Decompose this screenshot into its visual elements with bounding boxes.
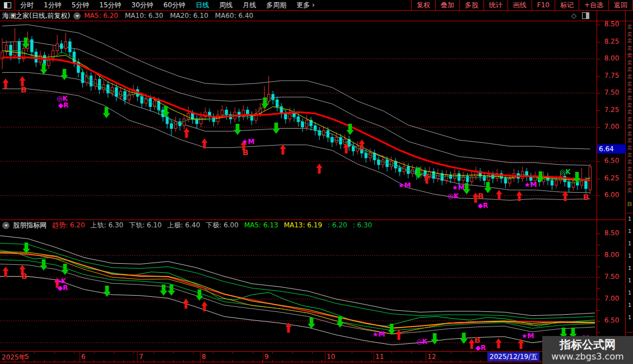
period-tab-7[interactable]: 周线	[214, 0, 238, 11]
strip-glyph: 卖	[626, 110, 633, 115]
strip-number: 1	[626, 315, 633, 320]
indicator-value-3: 下轨: 6.10	[129, 221, 162, 229]
last-price-badge: 6.64	[597, 144, 626, 153]
signal-label: ◆R	[58, 284, 68, 292]
main-tick-label: 8.00	[599, 54, 625, 62]
period-tab-0[interactable]: 分时	[15, 0, 39, 11]
indicator-value-6: MA5: 6.13	[244, 221, 278, 229]
month-label-12: 12	[427, 353, 436, 361]
toolbar-button-1[interactable]: 叠加	[435, 0, 459, 10]
price-axis	[597, 11, 626, 362]
strip-glyph: 卖	[626, 46, 633, 51]
signal-label: ★M	[373, 330, 385, 338]
strip-glyph: 卖	[626, 67, 633, 72]
toolbar-button-3[interactable]: 统计	[483, 0, 508, 10]
period-tab-8[interactable]: 月线	[238, 0, 261, 11]
period-tab-1[interactable]: 1分钟	[39, 0, 67, 11]
indicator-value-8: : 6.20	[328, 221, 347, 229]
lower-tick	[597, 267, 600, 267]
buy-arrow-icon	[518, 339, 524, 349]
panel-layout-button[interactable]	[0, 0, 15, 10]
strip-glyph: 卖	[626, 60, 633, 66]
period-tab-10[interactable]: 更多 ›	[291, 0, 320, 11]
ma-label-2: MA20: 6.10	[170, 12, 208, 20]
main-tick-label: 7.75	[599, 72, 625, 80]
signal-label: B	[474, 335, 481, 344]
indicator-value-4: 上极: 6.40	[167, 221, 201, 229]
buy-arrow-icon	[183, 298, 189, 309]
month-label-6: 6	[81, 353, 86, 361]
main-tick-label: 6.00	[599, 191, 625, 199]
month-label-7: 7	[139, 353, 143, 361]
split-window-icon[interactable]	[582, 12, 589, 19]
period-tab-9[interactable]: 多周期	[261, 0, 291, 11]
signal-label: ◎K	[416, 338, 427, 346]
buy-arrow-icon	[202, 301, 208, 311]
signal-label: ★M	[452, 184, 465, 192]
signal-label: B	[21, 85, 27, 94]
indicator-line-chart[interactable]: BBB★M★M★M◎K◎K◆R◆R	[0, 231, 597, 351]
side-panel-strip[interactable]: 卖卖卖卖卖卖卖卖卖卖卖卖卖卖卖卖卖卖卖卖卖卖卖卖自111111111	[626, 11, 633, 364]
main-tick	[597, 161, 600, 162]
period-tab-2[interactable]: 5分钟	[67, 0, 95, 11]
strip-number: 1	[626, 229, 633, 234]
buy-arrow-icon	[280, 144, 286, 155]
lower-tick	[597, 255, 600, 256]
lower-tick-label: 6.50	[599, 316, 625, 324]
indicator-value-5: 下极: 6.00	[206, 221, 239, 229]
toolbar-button-6[interactable]: 标记	[555, 0, 579, 10]
toolbar-button-7[interactable]: +自选	[579, 0, 608, 10]
sell-arrow-icon	[103, 286, 110, 297]
period-tab-3[interactable]: 15分钟	[94, 0, 126, 11]
strip-glyph: 卖	[626, 153, 633, 158]
lower-tick	[597, 321, 600, 321]
toolbar-button-0[interactable]: 复权	[411, 0, 435, 10]
strip-glyph: 卖	[626, 117, 633, 122]
main-tick	[597, 179, 600, 179]
sell-arrow-icon	[272, 123, 280, 134]
strip-glyph: 卖	[626, 103, 633, 108]
indicator-value-7: MA13: 6.19	[284, 221, 322, 229]
signal-label: ★M	[522, 332, 534, 340]
period-tab-4[interactable]: 30分钟	[127, 0, 159, 11]
collapse-chevron-icon[interactable]	[73, 12, 81, 20]
month-label-11: 11	[375, 353, 384, 361]
strip-number: 1	[626, 241, 633, 246]
sell-arrow-icon	[234, 124, 241, 135]
buy-arrow-icon	[496, 338, 502, 348]
toolbar-button-4[interactable]: 画线	[508, 0, 532, 10]
indicator-header: 股朋指标网趋势: 6.20上轨: 6.30下轨: 6.10上极: 6.40下极:…	[0, 220, 596, 231]
signal-label: B	[478, 192, 484, 200]
indicator-legend: 股朋指标网趋势: 6.20上轨: 6.30下轨: 6.10上极: 6.40下极:…	[13, 221, 378, 230]
toolbar-button-2[interactable]: 多股	[459, 0, 483, 10]
indicator-collapse-icon[interactable]	[2, 222, 10, 229]
ma-legend: MA5: 6.20MA10: 6.30MA20: 6.10MA60: 6.40	[84, 12, 260, 20]
period-tab-6[interactable]: 日线	[190, 0, 214, 11]
strip-glyph: 卖	[626, 146, 633, 151]
main-candlestick-chart[interactable]: BBBB★M★M★M★M◎K◎K◎K◆R◆R	[0, 22, 597, 220]
period-tab-5[interactable]: 60分钟	[159, 0, 190, 11]
main-tick	[597, 76, 600, 77]
chart-title-bar: 海澜之家(日线,前复权) MA5: 6.20MA10: 6.30MA20: 6.…	[0, 11, 633, 21]
toolbar-buttons: 复权叠加多股统计画线F10标记+自选返回	[411, 0, 633, 10]
main-tick-label: 7.00	[599, 123, 625, 130]
buy-arrow-icon	[316, 164, 323, 174]
trading-app-window: 分时1分钟5分钟15分钟30分钟60分钟日线周线月线多周期更多 › 复权叠加多股…	[0, 0, 633, 364]
signal-label: ★M	[524, 181, 537, 189]
toolbar-button-5[interactable]: F10	[532, 0, 555, 10]
toolbar-button-8[interactable]: 返回	[608, 0, 633, 10]
main-tick	[597, 93, 600, 94]
main-tick-label: 8.25	[599, 38, 625, 45]
sell-arrow-icon	[61, 264, 68, 275]
indicator-value-1: 趋势: 6.20	[52, 221, 85, 229]
signal-label: B	[583, 193, 589, 202]
diamond-icon[interactable]: ◇	[571, 12, 576, 19]
month-label-8: 8	[202, 353, 206, 361]
lower-tick	[597, 245, 600, 245]
strip-number: 1	[626, 266, 633, 271]
lower-tick-label: 8.00	[599, 251, 625, 259]
time-axis: 2025年 2025/12/19/五 56789101112	[0, 351, 626, 362]
strip-glyph: 卖	[626, 167, 633, 172]
lower-tick-label: 7.00	[599, 295, 625, 302]
strip-number: 1	[626, 254, 633, 259]
